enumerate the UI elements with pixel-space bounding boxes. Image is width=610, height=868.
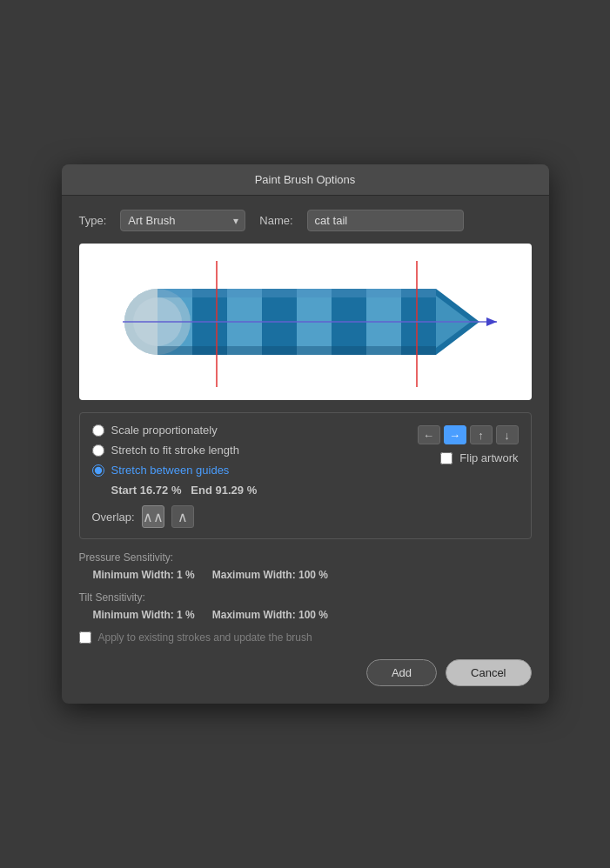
dialog-body: Type: Art Brush Calligraphic Brush Scatt…: [62, 196, 549, 704]
guides-info: Start 16.72 % End 91.29 %: [92, 484, 418, 497]
tilt-min-value: 1 %: [177, 609, 195, 621]
paint-brush-options-dialog: Paint Brush Options Type: Art Brush Call…: [62, 164, 549, 704]
svg-rect-12: [158, 346, 436, 355]
flip-row: Flip artwork: [421, 451, 518, 464]
type-label: Type:: [79, 214, 107, 227]
overlap-label: Overlap:: [92, 511, 135, 524]
overlap-row: Overlap: ∧∧ ∧: [92, 505, 418, 528]
brush-preview: [79, 244, 532, 400]
tilt-min: Minimum Width: 1 %: [93, 609, 195, 621]
tilt-title: Tilt Sensitivity:: [79, 591, 532, 604]
arrow-buttons: ← → ↑ ↓: [418, 425, 519, 444]
pressure-min-value: 1 %: [177, 569, 195, 581]
pressure-min-label: Minimum Width:: [93, 569, 174, 581]
tilt-max-value: 100 %: [298, 609, 328, 621]
end-label: End: [191, 484, 212, 497]
flip-artwork-label[interactable]: Flip artwork: [459, 451, 518, 464]
tilt-max: Maximum Width: 100 %: [212, 609, 328, 621]
tilt-row: Minimum Width: 1 % Maximum Width: 100 %: [79, 609, 532, 621]
flip-artwork-checkbox[interactable]: [440, 452, 452, 464]
tilt-max-label: Maximum Width:: [212, 609, 296, 621]
radio-scale-label[interactable]: Scale proportionately: [111, 424, 218, 437]
add-button[interactable]: Add: [366, 659, 437, 686]
tilt-min-label: Minimum Width:: [93, 609, 174, 621]
name-input[interactable]: [307, 210, 464, 231]
radio-scale[interactable]: [92, 424, 104, 437]
svg-marker-16: [486, 317, 497, 326]
radio-scale-row: Scale proportionately: [92, 424, 418, 437]
radio-guides-label[interactable]: Stretch between guides: [111, 464, 230, 477]
arrow-flip-column: ← → ↑ ↓ Flip artwork: [418, 424, 519, 473]
name-label: Name:: [259, 214, 292, 227]
arrow-left-btn[interactable]: ←: [418, 425, 440, 444]
apply-existing-label[interactable]: Apply to existing strokes and update the…: [98, 631, 312, 644]
type-select-wrapper: Art Brush Calligraphic Brush Scatter Bru…: [120, 210, 245, 231]
dialog-title: Paint Brush Options: [255, 173, 356, 186]
button-row: Add Cancel: [79, 659, 532, 690]
tilt-sensitivity-section: Tilt Sensitivity: Minimum Width: 1 % Max…: [79, 591, 532, 621]
start-value: 16.72 %: [140, 484, 182, 497]
cancel-button[interactable]: Cancel: [446, 659, 531, 686]
pressure-max-value: 100 %: [298, 569, 328, 581]
radio-guides-row: Stretch between guides: [92, 464, 418, 477]
pressure-sensitivity-section: Pressure Sensitivity: Minimum Width: 1 %…: [79, 551, 532, 581]
arrow-down-btn[interactable]: ↓: [496, 425, 519, 444]
svg-rect-11: [158, 289, 436, 297]
dialog-title-bar: Paint Brush Options: [62, 164, 549, 196]
pressure-min: Minimum Width: 1 %: [93, 569, 195, 581]
overlap-btn-1[interactable]: ∧∧: [142, 505, 164, 528]
start-label: Start: [111, 484, 137, 497]
apply-existing-checkbox[interactable]: [79, 631, 91, 644]
apply-row: Apply to existing strokes and update the…: [79, 631, 532, 644]
end-value: 91.29 %: [215, 484, 257, 497]
radio-options-row: Scale proportionately Stretch to fit str…: [92, 424, 519, 528]
type-select[interactable]: Art Brush Calligraphic Brush Scatter Bru…: [120, 210, 245, 231]
radio-stretch-label[interactable]: Stretch to fit stroke length: [111, 444, 239, 457]
type-name-row: Type: Art Brush Calligraphic Brush Scatt…: [79, 210, 532, 231]
brush-preview-svg: [79, 244, 532, 400]
radio-stretch[interactable]: [92, 444, 104, 457]
pressure-title: Pressure Sensitivity:: [79, 551, 532, 564]
overlap-btn-2[interactable]: ∧: [171, 505, 194, 528]
options-panel: Scale proportionately Stretch to fit str…: [79, 412, 532, 539]
pressure-max-label: Maximum Width:: [212, 569, 296, 581]
radio-guides[interactable]: [92, 464, 104, 477]
pressure-row: Minimum Width: 1 % Maximum Width: 100 %: [79, 569, 532, 581]
arrow-up-btn[interactable]: ↑: [470, 425, 493, 444]
radio-stretch-row: Stretch to fit stroke length: [92, 444, 418, 457]
radio-column: Scale proportionately Stretch to fit str…: [92, 424, 418, 528]
pressure-max: Maximum Width: 100 %: [212, 569, 328, 581]
arrow-right-btn[interactable]: →: [444, 425, 466, 444]
